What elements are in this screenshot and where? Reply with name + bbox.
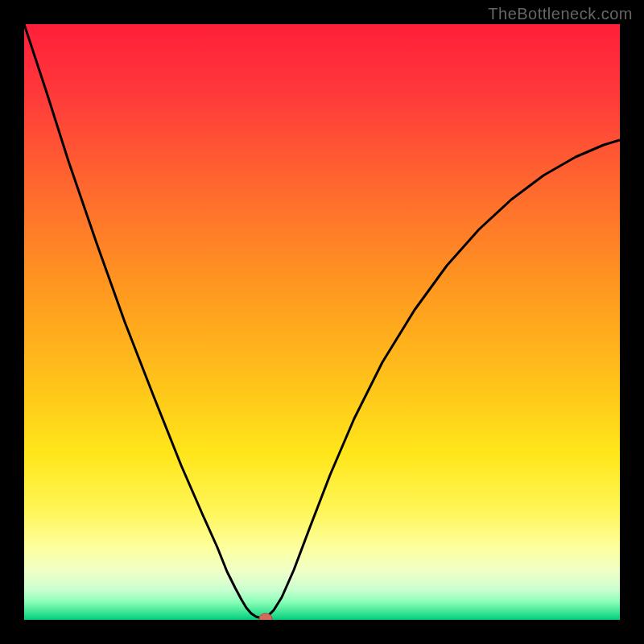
plot-area [24, 24, 620, 620]
watermark-text: TheBottleneck.com [488, 5, 633, 23]
minimum-marker [259, 613, 272, 620]
chart-frame: TheBottleneck.com [0, 0, 644, 644]
gradient-background [24, 24, 620, 620]
chart-svg [24, 24, 620, 620]
